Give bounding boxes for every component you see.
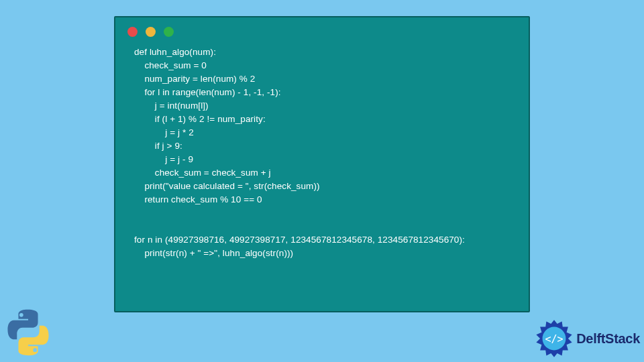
close-dot-icon [127,27,138,37]
maximize-dot-icon [164,27,174,37]
python-logo-icon [1,306,55,359]
minimize-dot-icon [146,27,156,37]
code-window: def luhn_algo(num): check_sum = 0 num_pa… [114,16,530,312]
window-titlebar [115,17,529,46]
delftstack-gear-icon: </> [535,319,574,358]
svg-text:</>: </> [545,333,564,345]
code-block: def luhn_algo(num): check_sum = 0 num_pa… [115,46,529,267]
delftstack-wordmark: DelftStack [576,331,640,347]
delftstack-logo: </> DelftStack [535,319,640,358]
